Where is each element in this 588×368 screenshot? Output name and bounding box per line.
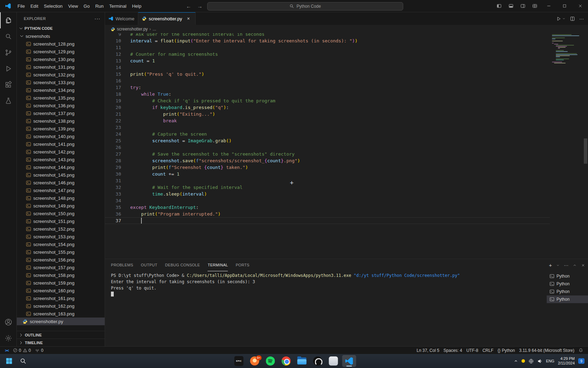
indentation[interactable]: Spaces: 4: [441, 347, 464, 354]
code-line[interactable]: 24 # Capture the screen: [105, 131, 550, 137]
file-item[interactable]: screenshot_154.png: [17, 240, 105, 248]
line-number[interactable]: 12: [105, 51, 121, 57]
menu-run[interactable]: Run: [92, 2, 106, 10]
line-number[interactable]: 9: [105, 33, 121, 38]
code-line[interactable]: 17try:: [105, 84, 550, 91]
notification-center-badge[interactable]: 9: [578, 358, 584, 364]
code-line[interactable]: 14: [105, 64, 550, 71]
file-item[interactable]: screenshot_151.png: [17, 217, 105, 225]
line-number[interactable]: 30: [105, 171, 121, 177]
breadcrumb-file[interactable]: screenshotter.py: [117, 27, 148, 32]
code-editor[interactable]: 9# Ask user for the screenshot interval …: [105, 33, 588, 259]
code-line[interactable]: 32 # Wait for the specified interval: [105, 184, 550, 191]
file-item[interactable]: screenshot_134.png: [17, 86, 105, 94]
line-number[interactable]: 20: [105, 104, 121, 111]
file-item[interactable]: screenshot_140.png: [17, 132, 105, 140]
code-line[interactable]: 15print("Press 'q' to quit."): [105, 71, 550, 77]
file-item[interactable]: screenshot_139.png: [17, 125, 105, 132]
line-number[interactable]: 27: [105, 151, 121, 157]
file-item[interactable]: screenshot_132.png: [17, 71, 105, 79]
chrome-app[interactable]: [279, 355, 293, 367]
code-line[interactable]: 9# Ask user for the screenshot interval …: [105, 33, 550, 38]
line-number[interactable]: 37: [105, 217, 121, 224]
extensions-icon[interactable]: [0, 77, 17, 93]
line-number[interactable]: 11: [105, 44, 121, 51]
command-center-search[interactable]: Python Code: [207, 2, 403, 11]
terminal-instance[interactable]: Python: [547, 272, 588, 280]
network-icon[interactable]: [528, 359, 534, 364]
file-item[interactable]: screenshot_131.png: [17, 63, 105, 71]
maximize-panel-icon[interactable]: [573, 263, 577, 267]
panel-more-actions-icon[interactable]: ···: [564, 263, 568, 268]
code-line[interactable]: 16: [105, 77, 550, 84]
tab-close-icon[interactable]: ×: [185, 15, 192, 22]
line-number[interactable]: 17: [105, 84, 121, 91]
file-item[interactable]: screenshot_142.png: [17, 148, 105, 156]
epic-games-app[interactable]: EPIC: [232, 355, 246, 367]
line-number[interactable]: 26: [105, 144, 121, 151]
line-number[interactable]: 18: [105, 91, 121, 97]
menu-go[interactable]: Go: [81, 2, 92, 10]
file-item[interactable]: screenshot_163.png: [17, 310, 105, 318]
editor-scrollbar[interactable]: [583, 33, 588, 259]
run-python-file-button[interactable]: [556, 16, 566, 21]
volume-icon[interactable]: [537, 359, 542, 364]
file-item[interactable]: screenshot_128.png: [17, 40, 105, 48]
timeline-section[interactable]: TIMELINE: [17, 339, 105, 346]
panel-tab-problems[interactable]: PROBLEMS: [111, 259, 133, 271]
code-line[interactable]: 25 screenshot = ImageGrab.grab(): [105, 137, 550, 144]
menu-edit[interactable]: Edit: [28, 2, 41, 10]
toggle-panel-icon[interactable]: [505, 0, 517, 12]
file-item[interactable]: screenshot_148.png: [17, 194, 105, 202]
toggle-secondary-sidebar-icon[interactable]: [517, 0, 529, 12]
file-item[interactable]: screenshot_160.png: [17, 287, 105, 294]
file-item[interactable]: screenshot_158.png: [17, 271, 105, 279]
hidden-icons-chevron[interactable]: [514, 359, 518, 363]
file-item[interactable]: screenshot_147.png: [17, 186, 105, 194]
code-line[interactable]: 34: [105, 197, 550, 204]
file-item[interactable]: screenshot_145.png: [17, 171, 105, 179]
input-language[interactable]: ENG: [546, 359, 554, 363]
code-line[interactable]: 28 screenshot.save(f"screenshots/screens…: [105, 157, 550, 164]
tab-screenshotter-py[interactable]: screenshotter.py×: [138, 12, 196, 25]
line-number[interactable]: 22: [105, 117, 121, 124]
menu-view[interactable]: View: [65, 2, 81, 10]
search-view-icon[interactable]: [0, 28, 17, 45]
forward-arrow-icon[interactable]: →: [196, 3, 204, 9]
menu-help[interactable]: Help: [129, 2, 144, 10]
vscode-app[interactable]: [342, 355, 356, 367]
file-item-selected[interactable]: screenshotter.py: [17, 318, 105, 325]
code-line[interactable]: 11: [105, 44, 550, 51]
eol-sequence[interactable]: CRLF: [480, 347, 495, 354]
file-item[interactable]: screenshot_136.png: [17, 102, 105, 109]
language-mode[interactable]: {} Python: [496, 347, 517, 354]
tab-welcome[interactable]: Welcome: [105, 12, 138, 25]
tray-app-icon[interactable]: [522, 359, 525, 363]
line-number[interactable]: 25: [105, 137, 121, 144]
split-editor-icon[interactable]: [570, 16, 575, 21]
line-number[interactable]: 34: [105, 197, 121, 204]
terminal-instance[interactable]: Python: [547, 288, 588, 295]
start-button[interactable]: [2, 355, 16, 367]
line-number[interactable]: 29: [105, 164, 121, 171]
line-number[interactable]: 33: [105, 191, 121, 197]
line-number[interactable]: 19: [105, 97, 121, 104]
folder-row-screenshots[interactable]: screenshots: [17, 32, 105, 40]
clock[interactable]: 4:29 PM 2/11/2024: [558, 356, 575, 366]
back-arrow-icon[interactable]: ←: [185, 3, 192, 9]
browser-app-with-badge[interactable]: 9+: [248, 355, 262, 367]
file-item[interactable]: screenshot_138.png: [17, 117, 105, 125]
code-line[interactable]: 21 print("Exiting..."): [105, 111, 550, 117]
line-number[interactable]: 14: [105, 64, 121, 71]
menu-file[interactable]: File: [15, 2, 28, 10]
panel-tab-output[interactable]: OUTPUT: [141, 259, 158, 271]
code-line[interactable]: 33 time.sleep(interval): [105, 191, 550, 197]
code-line[interactable]: 37: [105, 217, 550, 224]
spotify-app[interactable]: [264, 355, 278, 367]
file-item[interactable]: screenshot_152.png: [17, 225, 105, 233]
line-number[interactable]: 15: [105, 71, 121, 77]
new-terminal-icon[interactable]: +: [549, 262, 552, 268]
workspace-root-row[interactable]: PYTHON CODE: [17, 25, 105, 32]
launch-profile-chevron-icon[interactable]: [556, 264, 560, 267]
line-number[interactable]: 24: [105, 131, 121, 137]
